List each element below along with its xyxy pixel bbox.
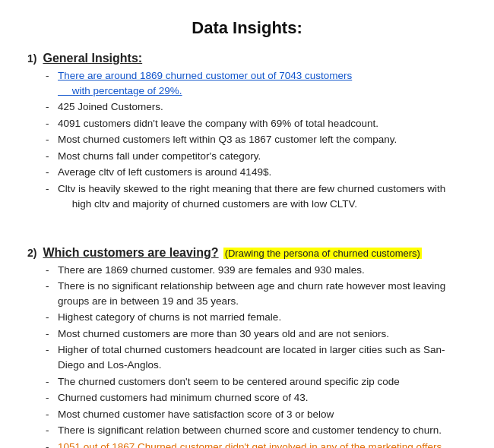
list-item: Average cltv of left customers is around… <box>46 165 467 180</box>
section-leaving-number: 2) <box>27 247 36 259</box>
list-item: 4091 customers didn't leave the company … <box>46 116 467 131</box>
general-empty-bullet: - <box>27 220 467 235</box>
list-item: Most churned customer have satisfaction … <box>46 407 467 422</box>
section-leaving: 2) Which customers are leaving? (Drawing… <box>27 246 467 448</box>
list-item: Highest category of churns is not marrie… <box>46 310 467 325</box>
list-item: Most churned customers left within Q3 as… <box>46 132 467 147</box>
list-item: Most churns fall under competitor's cate… <box>46 149 467 164</box>
section-leaving-heading: 2) Which customers are leaving? (Drawing… <box>27 246 467 260</box>
list-item: The churned customers don't seem to be c… <box>46 374 467 390</box>
list-item: There is no significant relationship bet… <box>46 279 467 308</box>
list-item: Most churned customers are more than 30 … <box>46 327 467 342</box>
section-leaving-highlight: (Drawing the persona of churned customer… <box>223 248 422 259</box>
general-bullet-list: There are around 1869 churned customer o… <box>27 68 467 211</box>
section-general: 1) General Insights: There are around 18… <box>27 52 467 235</box>
page-title: Data Insights: <box>27 18 467 38</box>
list-item: Cltv is heavily skewed to the right mean… <box>46 181 467 211</box>
list-item: There is significant relation between ch… <box>46 423 467 438</box>
list-item: 425 Joined Customers. <box>46 99 467 115</box>
section-general-title: General Insights: <box>43 52 142 65</box>
list-item: There are 1869 churned customer. 939 are… <box>46 263 467 278</box>
section-leaving-title: Which customers are leaving? <box>43 246 218 260</box>
section-general-heading: 1) General Insights: <box>27 52 467 65</box>
section-general-number: 1) <box>27 52 36 65</box>
list-item: There are around 1869 churned customer o… <box>46 68 467 98</box>
list-item-orange: 1051 out of 1867 Churned customer didn't… <box>46 440 467 448</box>
list-item: Churned customers had minimum churned sc… <box>46 390 467 405</box>
leaving-bullet-list: There are 1869 churned customer. 939 are… <box>27 263 467 448</box>
list-item: Higher of total churned customers headco… <box>46 342 467 372</box>
